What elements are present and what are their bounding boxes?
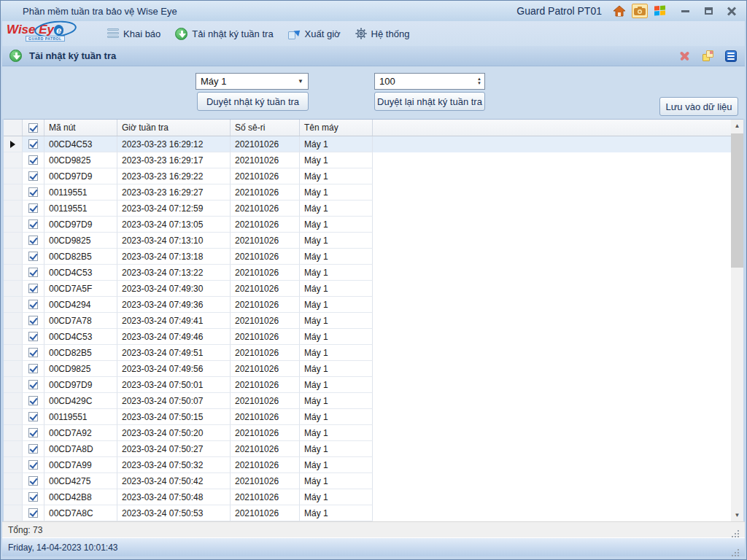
restore-button[interactable] xyxy=(700,4,717,18)
scroll-up-icon[interactable]: ▲ xyxy=(731,120,743,132)
row-selector-cell[interactable] xyxy=(4,473,23,489)
row-checkbox[interactable] xyxy=(23,393,44,409)
row-selector-cell[interactable] xyxy=(4,184,23,201)
row-checkbox[interactable] xyxy=(23,361,44,377)
row-checkbox[interactable] xyxy=(23,136,44,152)
row-selector-cell[interactable] xyxy=(4,393,23,409)
column-header-serial[interactable]: Số sê-ri xyxy=(231,120,300,136)
row-selector-cell[interactable] xyxy=(4,489,23,505)
row-checkbox[interactable] xyxy=(23,265,44,281)
row-selector-cell[interactable] xyxy=(4,425,23,441)
table-row[interactable]: 00CD4C53 2023-03-24 07:13:22 202101026 M… xyxy=(4,265,731,281)
row-checkbox[interactable] xyxy=(23,329,44,345)
table-row[interactable]: 00CD42B8 2023-03-24 07:50:48 202101026 M… xyxy=(4,489,731,505)
table-row[interactable]: 00CD7A8C 2023-03-24 07:50:53 202101026 M… xyxy=(4,505,731,521)
row-selector-cell[interactable] xyxy=(4,265,23,281)
resize-grip-icon[interactable] xyxy=(732,530,739,537)
table-row[interactable]: 00CD7A92 2023-03-24 07:50:20 202101026 M… xyxy=(4,425,731,441)
table-row[interactable]: 00CD429C 2023-03-24 07:50:07 202101026 M… xyxy=(4,393,731,409)
row-checkbox[interactable] xyxy=(23,441,44,457)
table-row[interactable]: 00CD9825 2023-03-23 16:29:17 202101026 M… xyxy=(4,152,731,168)
log-count-spinner[interactable]: 100 ▲▼ xyxy=(374,73,485,90)
row-checkbox[interactable] xyxy=(23,168,44,184)
row-selector-cell[interactable] xyxy=(4,168,23,184)
row-checkbox[interactable] xyxy=(23,377,44,393)
menu-item-xuat-gio[interactable]: Xuất giờ xyxy=(281,26,348,42)
column-header-time[interactable]: Giờ tuần tra xyxy=(117,120,231,136)
column-header-node[interactable]: Mã nút xyxy=(44,120,117,136)
table-row[interactable]: 00CD82B5 2023-03-24 07:49:51 202101026 M… xyxy=(4,345,731,361)
row-checkbox[interactable] xyxy=(23,409,44,425)
row-checkbox[interactable] xyxy=(23,297,44,313)
row-selector-cell[interactable] xyxy=(4,313,23,329)
row-selector-cell[interactable] xyxy=(4,409,23,425)
table-row[interactable]: 00CD97D9 2023-03-23 16:29:22 202101026 M… xyxy=(4,168,731,184)
menu-item-he-thong[interactable]: Hệ thống xyxy=(348,25,417,42)
row-selector-cell[interactable] xyxy=(4,281,23,297)
table-row[interactable]: 00CD4C53 2023-03-23 16:29:12 202101026 M… xyxy=(4,136,731,152)
table-row[interactable]: 00119551 2023-03-23 16:29:27 202101026 M… xyxy=(4,184,731,201)
row-checkbox[interactable] xyxy=(23,473,44,489)
spinner-arrows-icon[interactable]: ▲▼ xyxy=(477,77,481,85)
row-checkbox[interactable] xyxy=(23,505,44,521)
row-checkbox[interactable] xyxy=(23,489,44,505)
row-selector-cell[interactable] xyxy=(4,152,23,168)
panel-restore-icon[interactable] xyxy=(701,50,714,63)
row-selector-cell[interactable] xyxy=(4,249,23,265)
table-row[interactable]: 00CD4C53 2023-03-24 07:49:46 202101026 M… xyxy=(4,329,731,345)
table-row[interactable]: 00CD7A99 2023-03-24 07:50:32 202101026 M… xyxy=(4,457,731,473)
row-selector-cell[interactable] xyxy=(4,505,23,521)
table-row[interactable]: 00CD7A78 2023-03-24 07:49:41 202101026 M… xyxy=(4,313,731,329)
row-selector-cell[interactable] xyxy=(4,377,23,393)
row-selector-cell[interactable] xyxy=(4,297,23,313)
rebrowse-log-button[interactable]: Duyệt lại nhật ký tuần tra xyxy=(374,92,485,111)
menu-item-khai-bao[interactable]: Khai báo xyxy=(100,26,168,42)
row-selector-cell[interactable] xyxy=(4,457,23,473)
row-selector-cell[interactable] xyxy=(4,217,23,233)
row-selector-cell[interactable] xyxy=(4,361,23,377)
windows-logo-icon[interactable] xyxy=(652,4,668,18)
resize-grip-icon[interactable] xyxy=(732,549,739,556)
row-checkbox[interactable] xyxy=(23,184,44,201)
row-checkbox[interactable] xyxy=(23,249,44,265)
row-checkbox[interactable] xyxy=(23,345,44,361)
table-row[interactable]: 00CD9825 2023-03-24 07:13:10 202101026 M… xyxy=(4,233,731,249)
table-row[interactable]: 00119551 2023-03-24 07:50:15 202101026 M… xyxy=(4,409,731,425)
row-selector-cell[interactable] xyxy=(4,329,23,345)
table-row[interactable]: 00CD97D9 2023-03-24 07:50:01 202101026 M… xyxy=(4,377,731,393)
vertical-scrollbar[interactable]: ▲ ▼ xyxy=(731,120,743,521)
table-row[interactable]: 00119551 2023-03-24 07:12:59 202101026 M… xyxy=(4,201,731,217)
minimize-button[interactable] xyxy=(676,4,694,18)
table-row[interactable]: 00CD7A8D 2023-03-24 07:50:27 202101026 M… xyxy=(4,441,731,457)
machine-combobox[interactable]: Máy 1 ▼ xyxy=(196,73,309,90)
menu-item-tai-nhat-ky[interactable]: Tải nhật ký tuần tra xyxy=(168,25,280,43)
row-selector-cell[interactable] xyxy=(4,201,23,217)
row-selector-cell[interactable] xyxy=(4,233,23,249)
browse-log-button[interactable]: Duyệt nhật ký tuần tra xyxy=(197,92,309,111)
home-icon[interactable] xyxy=(611,4,627,18)
panel-list-icon[interactable] xyxy=(724,50,738,63)
row-checkbox[interactable] xyxy=(23,425,44,441)
column-header-machine[interactable]: Tên máy xyxy=(300,120,373,136)
row-checkbox[interactable] xyxy=(23,457,44,473)
row-checkbox[interactable] xyxy=(23,152,44,168)
select-all-checkbox[interactable] xyxy=(23,120,44,136)
panel-close-icon[interactable] xyxy=(678,50,691,63)
row-checkbox[interactable] xyxy=(23,217,44,233)
row-selector-cell[interactable] xyxy=(4,136,23,152)
row-checkbox[interactable] xyxy=(23,281,44,297)
table-row[interactable]: 00CD97D9 2023-03-24 07:13:05 202101026 M… xyxy=(4,217,731,233)
table-row[interactable]: 00CD82B5 2023-03-24 07:13:18 202101026 M… xyxy=(4,249,731,265)
camera-icon[interactable] xyxy=(632,4,648,18)
table-row[interactable]: 00CD4294 2023-03-24 07:49:36 202101026 M… xyxy=(4,297,731,313)
table-row[interactable]: 00CD7A5F 2023-03-24 07:49:30 202101026 M… xyxy=(4,281,731,297)
row-checkbox[interactable] xyxy=(23,233,44,249)
row-checkbox[interactable] xyxy=(23,201,44,217)
table-row[interactable]: 00CD9825 2023-03-24 07:49:56 202101026 M… xyxy=(4,361,731,377)
row-selector-cell[interactable] xyxy=(4,441,23,457)
row-selector-cell[interactable] xyxy=(4,345,23,361)
save-to-database-button[interactable]: Lưu vào dữ liệu xyxy=(659,97,738,116)
close-button[interactable] xyxy=(723,4,740,18)
scroll-down-icon[interactable]: ▼ xyxy=(731,509,743,521)
scrollbar-thumb[interactable] xyxy=(731,133,743,268)
